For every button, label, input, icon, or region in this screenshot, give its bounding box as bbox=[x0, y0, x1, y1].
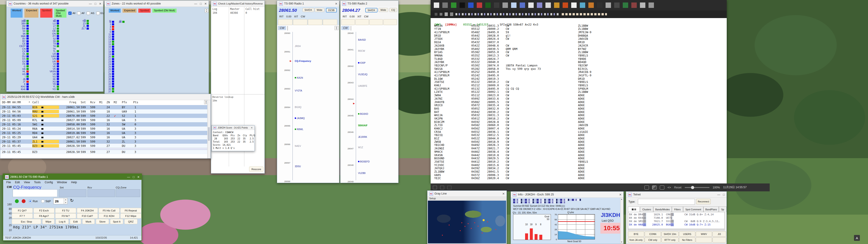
zone-mult-row[interactable]: 12 bbox=[106, 35, 114, 38]
minimize-icon[interactable]: — bbox=[717, 193, 720, 196]
entry-titlebar[interactable]: N1 28061.50 CW TS-590 Radio 1 —□✕ bbox=[3, 174, 142, 180]
country-mult-row[interactable]: UA9 bbox=[39, 55, 59, 58]
zone-mult-row[interactable]: 33 bbox=[106, 85, 114, 88]
telnet-filter-button[interactable]: from JA only bbox=[628, 237, 644, 243]
zone-mult-row[interactable]: 11 bbox=[106, 33, 114, 35]
qsy-call-button[interactable]: DZ3B bbox=[326, 8, 337, 12]
log-row[interactable]: 29-11 05:37 ZL1 28061.50 599 599 32 ZL 3 bbox=[0, 140, 211, 144]
country-mult-row[interactable]: JA bbox=[10, 78, 29, 80]
menu-item[interactable]: Config bbox=[45, 181, 53, 184]
cluster-spot-line[interactable]: 5W1SA 0528Z 28058.0 Tks vy 599 qrp qso 7… bbox=[434, 67, 727, 71]
toolbar-icon[interactable] bbox=[631, 2, 637, 8]
fkey-button[interactable]: F3 TU bbox=[55, 208, 76, 213]
cluster-spot-line[interactable]: JA7NI 0509Z 28033.6 CW AD6E bbox=[434, 97, 727, 100]
zone-mult-row[interactable]: 27 bbox=[106, 70, 114, 73]
zone-mult-row[interactable]: 37 bbox=[106, 90, 114, 93]
info-titlebar[interactable]: N1 Info - JI3KDH - Exch: 599 25 ✕ bbox=[511, 191, 623, 198]
country-mult-row[interactable]: LY bbox=[39, 25, 59, 27]
zone-mult-row[interactable]: 15 bbox=[106, 43, 114, 45]
blank-button[interactable] bbox=[355, 19, 369, 25]
toolbar-icon[interactable] bbox=[494, 2, 499, 8]
zone-mult-row[interactable]: 5 bbox=[106, 28, 114, 30]
zone-mult-row[interactable]: 23 bbox=[106, 60, 114, 63]
bandmap-spot[interactable]: 3D0U bbox=[295, 165, 301, 167]
toolbar-icon[interactable] bbox=[502, 2, 508, 8]
cluster-spot-line[interactable]: 3W9A 0511Z 28023.0 CW AD6E bbox=[434, 94, 727, 97]
zone-mult-row[interactable]: 32 bbox=[106, 83, 114, 85]
country-mult-row[interactable]: JT bbox=[10, 81, 29, 83]
bandmap-spot[interactable]: JA3MQ bbox=[295, 117, 305, 120]
band-selector-item[interactable]: 80 bbox=[9, 207, 12, 211]
country-mult-row[interactable]: KH6 bbox=[10, 88, 29, 90]
bandmap-spot[interactable]: IO0P bbox=[358, 61, 366, 64]
bandmap-spot[interactable]: 5B60AIF bbox=[358, 124, 368, 127]
zone-mult-row[interactable]: 31 bbox=[106, 80, 114, 83]
zone-mult-row[interactable]: 18 bbox=[106, 50, 114, 53]
telnet-titlebar[interactable]: N1 Telnet —□ bbox=[626, 191, 726, 198]
telnet-filter-button[interactable]: No Filters bbox=[679, 237, 695, 243]
close-icon[interactable]: ✕ bbox=[204, 2, 207, 5]
country-mult-row[interactable]: YL bbox=[39, 85, 59, 88]
menu-item[interactable]: View bbox=[24, 181, 30, 184]
country-mult-row[interactable]: LU bbox=[39, 22, 59, 25]
cluster-spot-line[interactable]: VR2CO 0507Z 28035.4 CW AD6E bbox=[434, 104, 727, 107]
cluster-spot-line[interactable]: YT1N 0551Z 28000.2 CW ZL1BBW bbox=[434, 27, 727, 31]
zone-input[interactable] bbox=[116, 189, 140, 197]
toolbar-icon[interactable] bbox=[485, 2, 491, 8]
log-scrollbar[interactable] bbox=[207, 100, 211, 158]
zone-mult-row[interactable]: 28 bbox=[106, 73, 114, 75]
zone-mult-row[interactable]: 14 bbox=[106, 40, 114, 43]
log-row[interactable]: 29-11 05:45 DZ3 28028.50 599 599 27 DU 3 bbox=[0, 144, 211, 148]
close-icon[interactable]: ✕ bbox=[502, 192, 505, 195]
bandmap-spot[interactable]: JE1RRK bbox=[358, 135, 367, 138]
continent-filter-as[interactable]: AS bbox=[87, 8, 94, 18]
fkey-button[interactable]: F9 Nr? bbox=[55, 213, 76, 218]
country-mult-row[interactable]: S2 bbox=[39, 37, 59, 40]
action-button[interactable]: Log It bbox=[56, 219, 69, 224]
reconnect-button[interactable]: Reconnect bbox=[696, 199, 711, 204]
country-mult-row[interactable]: UN bbox=[39, 58, 59, 60]
zones-titlebar[interactable]: N1 Zones - 22 mults worked of 40 possibl… bbox=[105, 1, 209, 7]
checkbox-eu-icon[interactable] bbox=[96, 11, 100, 15]
close-icon[interactable]: ✕ bbox=[251, 126, 253, 129]
cluster-spot-line[interactable]: B4T 0504Z 28030.2 CW AD6E bbox=[434, 111, 727, 114]
maximize-icon[interactable]: □ bbox=[94, 2, 96, 5]
zone-mult-row[interactable]: 6 bbox=[106, 30, 114, 33]
country-mult-row[interactable]: I bbox=[10, 75, 29, 78]
wide-button[interactable]: Wide bbox=[315, 8, 324, 12]
telnet-filter-button[interactable]: CW only bbox=[645, 237, 661, 243]
maximize-icon[interactable]: □ bbox=[200, 2, 202, 5]
fkey-button[interactable]: F6 Repeat bbox=[120, 208, 141, 213]
ime-indicator[interactable]: A bbox=[854, 235, 860, 241]
country-mult-row[interactable]: CX bbox=[10, 50, 29, 53]
band-selector-item[interactable]: 20 bbox=[9, 216, 12, 220]
country-mult-row[interactable]: YU bbox=[70, 20, 89, 22]
telnet-tab[interactable]: Bands/Modes bbox=[653, 207, 672, 212]
toolbar-button-strip[interactable] bbox=[562, 13, 607, 16]
country-mult-row[interactable]: 5W bbox=[10, 27, 29, 30]
cluster-spot-line[interactable]: UA0S 0437Z 28006.3 CW AD6E bbox=[434, 174, 727, 177]
bandmap-spot[interactable]: VY2TA bbox=[295, 89, 302, 92]
minimize-icon[interactable]: — bbox=[127, 175, 130, 179]
band-selector-item[interactable]: 15 bbox=[9, 224, 12, 227]
toolbar-icon[interactable] bbox=[563, 2, 568, 8]
blank-button[interactable] bbox=[369, 19, 383, 25]
radio-selected-icon[interactable] bbox=[29, 200, 32, 203]
log-row[interactable]: 29-11 04:55 BI6 28061.50 599 599 24 BY 1 bbox=[0, 105, 211, 109]
country-mult-row[interactable]: DL bbox=[10, 53, 29, 55]
country-mult-row[interactable]: ON bbox=[39, 32, 59, 35]
cluster-spot-line[interactable]: KH6J 0521Z 28009.0 CW YB9ELS bbox=[434, 84, 727, 87]
blank-button[interactable] bbox=[323, 19, 337, 25]
country-mult-row[interactable]: 3B9 bbox=[10, 22, 29, 25]
zone-mult-row[interactable]: 20 bbox=[106, 55, 114, 58]
action-button[interactable]: Store bbox=[96, 219, 109, 224]
sp-radio[interactable]: S&P bbox=[41, 200, 51, 203]
fkey-button[interactable]: F8 Agn? bbox=[33, 213, 55, 218]
bandmap1-mode-tab[interactable]: CW bbox=[278, 26, 286, 30]
cluster-spot-line[interactable]: JH7QXJ 0439Z 28034.2 CW AD6E bbox=[434, 167, 727, 170]
country-mult-row[interactable]: FK bbox=[10, 63, 29, 65]
country-mult-row[interactable]: 9M6 bbox=[10, 35, 29, 37]
toolbar-icon[interactable] bbox=[520, 2, 525, 8]
continent-filter-af[interactable]: AF bbox=[77, 8, 85, 18]
toolbar-icon[interactable] bbox=[440, 13, 442, 16]
